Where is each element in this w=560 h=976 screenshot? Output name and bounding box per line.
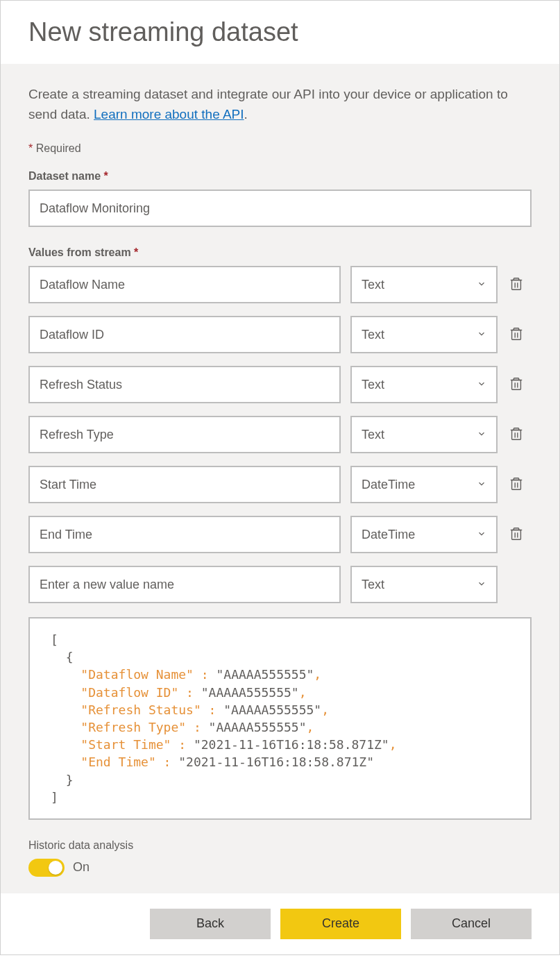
chevron-down-icon (477, 578, 486, 592)
back-button[interactable]: Back (150, 909, 271, 939)
value-type-text: DateTime (362, 478, 415, 492)
stream-value-row: Text (28, 566, 532, 603)
stream-value-row: Text (28, 366, 532, 403)
dataset-name-input[interactable] (28, 190, 532, 227)
description-text: Create a streaming dataset and integrate… (28, 85, 532, 124)
value-name-input[interactable] (28, 416, 341, 453)
trash-icon (509, 426, 524, 444)
create-button[interactable]: Create (280, 909, 401, 939)
value-type-text: Text (362, 278, 384, 292)
dataset-name-group: Dataset name * (28, 170, 532, 227)
value-type-text: DateTime (362, 528, 415, 542)
historic-analysis-toggle-row: On (28, 859, 532, 877)
value-type-select[interactable]: Text (350, 366, 498, 403)
value-type-text: Text (362, 578, 384, 592)
values-from-stream-group: Values from stream * TextTextTextTextDat… (28, 246, 532, 820)
values-from-stream-label: Values from stream * (28, 246, 532, 259)
svg-rect-12 (512, 480, 521, 489)
trash-icon (509, 526, 524, 544)
value-type-select[interactable]: Text (350, 416, 498, 453)
historic-analysis-toggle[interactable] (28, 859, 65, 877)
stream-rows-container: TextTextTextTextDateTimeDateTimeText (28, 266, 532, 603)
value-name-input[interactable] (28, 366, 341, 403)
dialog-body: Create a streaming dataset and integrate… (1, 64, 559, 893)
learn-more-link[interactable]: Learn more about the API (94, 107, 244, 121)
trash-icon (509, 276, 524, 294)
historic-analysis-section: Historic data analysis On (28, 839, 532, 877)
value-name-input[interactable] (28, 566, 341, 603)
value-type-select[interactable]: Text (350, 266, 498, 303)
historic-analysis-label: Historic data analysis (28, 839, 532, 852)
stream-value-row: DateTime (28, 466, 532, 503)
value-type-select[interactable]: Text (350, 316, 498, 353)
trash-icon (509, 376, 524, 394)
value-name-input[interactable] (28, 316, 341, 353)
value-name-input[interactable] (28, 516, 341, 553)
dialog-header: New streaming dataset (1, 1, 559, 64)
required-asterisk: * (104, 170, 108, 182)
new-streaming-dataset-dialog: New streaming dataset Create a streaming… (0, 0, 560, 955)
chevron-down-icon (477, 478, 486, 492)
stream-value-row: DateTime (28, 516, 532, 553)
delete-value-button[interactable] (507, 525, 525, 544)
value-type-text: Text (362, 328, 384, 342)
delete-value-button[interactable] (507, 326, 525, 344)
chevron-down-icon (477, 328, 486, 342)
dialog-footer: Back Create Cancel (1, 893, 559, 954)
value-name-input[interactable] (28, 266, 341, 303)
page-title: New streaming dataset (28, 17, 532, 47)
toggle-knob (49, 861, 62, 875)
chevron-down-icon (477, 428, 486, 442)
dataset-name-label-text: Dataset name (28, 170, 101, 182)
json-preview: [ { "Dataflow Name" : "AAAAA555555", "Da… (28, 617, 532, 820)
svg-rect-15 (512, 530, 521, 539)
cancel-button[interactable]: Cancel (411, 909, 532, 939)
dataset-name-label: Dataset name * (28, 170, 532, 183)
svg-rect-9 (512, 430, 521, 439)
svg-rect-3 (512, 330, 521, 339)
historic-analysis-state: On (73, 860, 90, 875)
value-type-select[interactable]: DateTime (350, 516, 498, 553)
values-from-stream-label-text: Values from stream (28, 246, 131, 258)
delete-value-button[interactable] (507, 276, 525, 294)
stream-value-row: Text (28, 416, 532, 453)
chevron-down-icon (477, 528, 486, 542)
description-suffix: . (244, 107, 248, 121)
svg-rect-6 (512, 380, 521, 389)
value-type-text: Text (362, 428, 384, 442)
trash-icon (509, 476, 524, 494)
svg-rect-0 (512, 280, 521, 289)
value-type-select[interactable]: Text (350, 566, 498, 603)
delete-value-button[interactable] (507, 426, 525, 444)
stream-value-row: Text (28, 316, 532, 353)
required-asterisk: * (28, 142, 33, 154)
delete-value-button[interactable] (507, 376, 525, 394)
required-asterisk: * (134, 246, 138, 258)
chevron-down-icon (477, 278, 486, 292)
stream-value-row: Text (28, 266, 532, 303)
chevron-down-icon (477, 378, 486, 392)
value-type-text: Text (362, 378, 384, 392)
trash-icon (509, 326, 524, 344)
value-type-select[interactable]: DateTime (350, 466, 498, 503)
value-name-input[interactable] (28, 466, 341, 503)
required-label: Required (36, 142, 81, 154)
delete-value-button[interactable] (507, 476, 525, 494)
required-note: * Required (28, 142, 532, 155)
